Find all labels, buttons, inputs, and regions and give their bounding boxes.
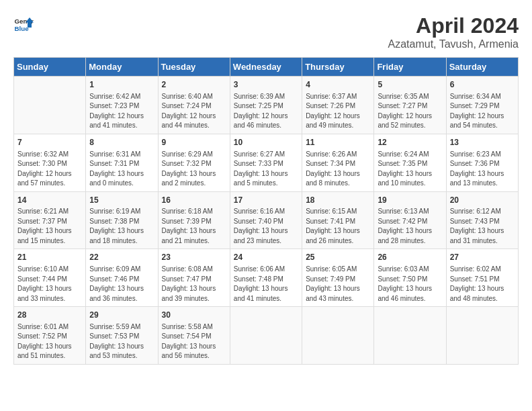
day-number: 1 [89,79,154,91]
table-row: 17Sunrise: 6:16 AM Sunset: 7:40 PM Dayli… [230,191,302,249]
table-row: 8Sunrise: 6:31 AM Sunset: 7:31 PM Daylig… [86,134,158,191]
col-sunday: Sunday [14,58,86,77]
table-row: 23Sunrise: 6:08 AM Sunset: 7:47 PM Dayli… [158,249,230,307]
day-number: 25 [306,252,370,263]
table-row: 11Sunrise: 6:26 AM Sunset: 7:34 PM Dayli… [302,134,374,191]
table-row: 28Sunrise: 6:01 AM Sunset: 7:52 PM Dayli… [14,307,86,365]
table-row: 27Sunrise: 6:02 AM Sunset: 7:51 PM Dayli… [446,249,518,307]
table-row: 3Sunrise: 6:39 AM Sunset: 7:25 PM Daylig… [230,77,302,134]
day-number: 22 [89,252,154,263]
col-tuesday: Tuesday [158,58,230,77]
table-row: 29Sunrise: 5:59 AM Sunset: 7:53 PM Dayli… [86,307,158,365]
day-number: 28 [17,310,82,321]
table-row [446,307,518,365]
day-number: 15 [89,195,154,206]
day-info: Sunrise: 6:05 AM Sunset: 7:49 PM Dayligh… [306,265,370,304]
day-number: 12 [378,137,442,148]
day-number: 17 [234,195,298,206]
col-wednesday: Wednesday [230,58,302,77]
table-row: 1Sunrise: 6:42 AM Sunset: 7:23 PM Daylig… [86,77,158,134]
day-number: 6 [450,79,515,91]
day-info: Sunrise: 6:35 AM Sunset: 7:27 PM Dayligh… [378,92,442,131]
day-info: Sunrise: 6:26 AM Sunset: 7:34 PM Dayligh… [306,150,370,189]
day-number: 13 [450,137,515,148]
col-monday: Monday [86,58,158,77]
day-info: Sunrise: 6:31 AM Sunset: 7:31 PM Dayligh… [89,150,154,189]
day-number: 23 [162,252,226,263]
day-number: 19 [378,195,442,206]
day-info: Sunrise: 5:59 AM Sunset: 7:53 PM Dayligh… [89,322,154,361]
day-number: 7 [17,137,82,148]
calendar-week-row: 14Sunrise: 6:21 AM Sunset: 7:37 PM Dayli… [14,191,519,249]
table-row [374,307,446,365]
day-number: 9 [162,137,226,148]
day-number: 11 [306,137,370,148]
day-info: Sunrise: 6:40 AM Sunset: 7:24 PM Dayligh… [162,92,226,131]
table-row: 14Sunrise: 6:21 AM Sunset: 7:37 PM Dayli… [14,191,86,249]
day-info: Sunrise: 6:13 AM Sunset: 7:42 PM Dayligh… [378,207,442,246]
table-row: 2Sunrise: 6:40 AM Sunset: 7:24 PM Daylig… [158,77,230,134]
day-info: Sunrise: 6:27 AM Sunset: 7:33 PM Dayligh… [234,150,298,189]
table-row: 18Sunrise: 6:15 AM Sunset: 7:41 PM Dayli… [302,191,374,249]
day-number: 24 [234,252,298,263]
location-subtitle: Azatamut, Tavush, Armenia [388,38,519,50]
table-row: 22Sunrise: 6:09 AM Sunset: 7:46 PM Dayli… [86,249,158,307]
calendar-week-row: 7Sunrise: 6:32 AM Sunset: 7:30 PM Daylig… [14,134,519,191]
day-info: Sunrise: 6:09 AM Sunset: 7:46 PM Dayligh… [89,265,154,304]
col-friday: Friday [374,58,446,77]
calendar-week-row: 1Sunrise: 6:42 AM Sunset: 7:23 PM Daylig… [14,77,519,134]
day-info: Sunrise: 6:01 AM Sunset: 7:52 PM Dayligh… [17,322,82,361]
day-number: 30 [162,310,226,321]
day-number: 8 [89,137,154,148]
table-row: 10Sunrise: 6:27 AM Sunset: 7:33 PM Dayli… [230,134,302,191]
table-row: 7Sunrise: 6:32 AM Sunset: 7:30 PM Daylig… [14,134,86,191]
month-title: April 2024 [388,13,519,38]
day-number: 5 [378,79,442,91]
col-saturday: Saturday [446,58,518,77]
calendar-week-row: 28Sunrise: 6:01 AM Sunset: 7:52 PM Dayli… [14,307,519,365]
day-info: Sunrise: 6:06 AM Sunset: 7:48 PM Dayligh… [234,265,298,304]
table-row: 24Sunrise: 6:06 AM Sunset: 7:48 PM Dayli… [230,249,302,307]
table-row: 25Sunrise: 6:05 AM Sunset: 7:49 PM Dayli… [302,249,374,307]
table-row: 15Sunrise: 6:19 AM Sunset: 7:38 PM Dayli… [86,191,158,249]
day-info: Sunrise: 6:21 AM Sunset: 7:37 PM Dayligh… [17,207,82,246]
day-number: 14 [17,195,82,206]
table-row: 13Sunrise: 6:23 AM Sunset: 7:36 PM Dayli… [446,134,518,191]
day-number: 16 [162,195,226,206]
page-header: General Blue April 2024 Azatamut, Tavush… [13,13,519,50]
table-row: 19Sunrise: 6:13 AM Sunset: 7:42 PM Dayli… [374,191,446,249]
day-number: 21 [17,252,82,263]
calendar-week-row: 21Sunrise: 6:10 AM Sunset: 7:44 PM Dayli… [14,249,519,307]
day-info: Sunrise: 6:23 AM Sunset: 7:36 PM Dayligh… [450,150,515,189]
day-info: Sunrise: 6:18 AM Sunset: 7:39 PM Dayligh… [162,207,226,246]
day-info: Sunrise: 6:15 AM Sunset: 7:41 PM Dayligh… [306,207,370,246]
day-info: Sunrise: 6:37 AM Sunset: 7:26 PM Dayligh… [306,92,370,131]
day-info: Sunrise: 6:08 AM Sunset: 7:47 PM Dayligh… [162,265,226,304]
calendar-header-row: Sunday Monday Tuesday Wednesday Thursday… [14,58,519,77]
day-number: 27 [450,252,515,263]
table-row: 6Sunrise: 6:34 AM Sunset: 7:29 PM Daylig… [446,77,518,134]
day-info: Sunrise: 6:19 AM Sunset: 7:38 PM Dayligh… [89,207,154,246]
table-row: 30Sunrise: 5:58 AM Sunset: 7:54 PM Dayli… [158,307,230,365]
logo: General Blue [13,13,34,34]
day-info: Sunrise: 6:03 AM Sunset: 7:50 PM Dayligh… [378,265,442,304]
table-row: 9Sunrise: 6:29 AM Sunset: 7:32 PM Daylig… [158,134,230,191]
table-row [14,77,86,134]
table-row: 5Sunrise: 6:35 AM Sunset: 7:27 PM Daylig… [374,77,446,134]
day-number: 2 [162,79,226,91]
day-info: Sunrise: 6:34 AM Sunset: 7:29 PM Dayligh… [450,92,515,131]
day-info: Sunrise: 6:32 AM Sunset: 7:30 PM Dayligh… [17,150,82,189]
day-info: Sunrise: 6:02 AM Sunset: 7:51 PM Dayligh… [450,265,515,304]
table-row: 12Sunrise: 6:24 AM Sunset: 7:35 PM Dayli… [374,134,446,191]
day-info: Sunrise: 6:24 AM Sunset: 7:35 PM Dayligh… [378,150,442,189]
table-row: 26Sunrise: 6:03 AM Sunset: 7:50 PM Dayli… [374,249,446,307]
table-row [302,307,374,365]
day-number: 4 [306,79,370,91]
day-info: Sunrise: 6:39 AM Sunset: 7:25 PM Dayligh… [234,92,298,131]
day-number: 29 [89,310,154,321]
day-number: 20 [450,195,515,206]
title-block: April 2024 Azatamut, Tavush, Armenia [388,13,519,50]
table-row: 21Sunrise: 6:10 AM Sunset: 7:44 PM Dayli… [14,249,86,307]
table-row: 20Sunrise: 6:12 AM Sunset: 7:43 PM Dayli… [446,191,518,249]
day-number: 18 [306,195,370,206]
